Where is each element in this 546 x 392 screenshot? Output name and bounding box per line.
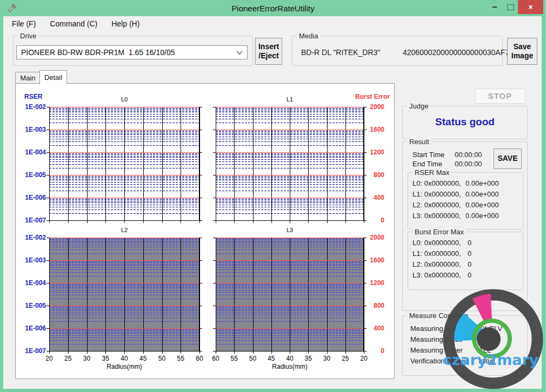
burst-row-l3-value: 0 [468, 271, 471, 279]
save-image-line2: Image [511, 51, 533, 61]
window-title: PioneerErrorRateUtility [0, 0, 546, 16]
svg-text:1E-007: 1E-007 [25, 217, 46, 224]
menu-file[interactable]: File (F) [6, 19, 41, 28]
svg-text:L0: L0 [121, 96, 128, 103]
svg-text:1E-006: 1E-006 [25, 325, 46, 332]
stop-label: STOP [488, 91, 512, 102]
chart-L0: L01E-0021E-0031E-0041E-0051E-0061E-007 [25, 96, 202, 224]
burst-row-l2-name: L2: 0x0000000, [412, 260, 461, 268]
svg-text:1E-006: 1E-006 [25, 194, 46, 201]
tab-detail[interactable]: Detail [39, 70, 67, 84]
rser-max-groupbox: RSER Max L0: 0x0000000, 0.00e+000 L1: 0x… [408, 172, 523, 229]
svg-text:2000: 2000 [370, 234, 384, 241]
svg-text:1E-004: 1E-004 [25, 148, 46, 156]
chevron-down-icon [236, 51, 243, 55]
svg-text:55: 55 [231, 355, 238, 362]
svg-text:50: 50 [249, 355, 257, 362]
menu-help[interactable]: Help (H) [106, 19, 145, 28]
close-icon: × [528, 3, 532, 11]
titlebar: PioneerErrorRateUtility – × [0, 0, 546, 16]
svg-text:400: 400 [374, 325, 384, 332]
svg-text:30: 30 [83, 355, 91, 362]
save-image-button[interactable]: Save Image [507, 38, 537, 65]
svg-text:30: 30 [323, 355, 331, 362]
minimize-icon: – [492, 2, 497, 12]
svg-text:1E-005: 1E-005 [25, 302, 46, 309]
close-button[interactable]: × [518, 0, 543, 14]
end-time-value: 00:00:00 [455, 160, 482, 168]
insert-eject-button[interactable]: Insert /Eject [255, 38, 282, 65]
svg-text:25: 25 [342, 355, 349, 362]
svg-text:Radius(mm): Radius(mm) [106, 363, 142, 370]
rser-row-l1-name: L1: 0x0000000, [412, 190, 461, 198]
save-button[interactable]: SAVE [494, 148, 522, 169]
burst-row-l0-value: 0 [468, 239, 471, 247]
svg-text:45: 45 [268, 355, 275, 362]
rser-row-l2-value: 0.00e+000 [465, 201, 499, 209]
svg-text:50: 50 [158, 355, 166, 362]
start-time-label: Start Time [412, 151, 444, 159]
burst-row-l0-name: L0: 0x0000000, [412, 239, 461, 247]
svg-text:Burst Error: Burst Error [355, 93, 390, 100]
rser-row-l3-value: 0.00e+000 [465, 212, 499, 220]
chart-L2: L21E-0021E-0031E-0041E-0051E-0061E-00720… [25, 227, 203, 370]
svg-text:RSER: RSER [24, 93, 43, 100]
rser-row-l2-name: L2: 0x0000000, [412, 201, 461, 209]
burst-row-l1-value: 0 [468, 249, 471, 258]
svg-text:1E-007: 1E-007 [25, 347, 46, 355]
drive-group-label: Drive [18, 32, 38, 40]
svg-text:800: 800 [374, 171, 384, 179]
media-groupbox: Media BD-R DL "RITEK_DR3" 42060002000000… [292, 36, 503, 66]
svg-text:40: 40 [121, 355, 128, 362]
svg-text:35: 35 [102, 355, 110, 362]
charts-canvas: L01E-0021E-0031E-0041E-0051E-0061E-007L1… [16, 84, 393, 377]
maximize-button[interactable] [503, 0, 518, 14]
svg-text:35: 35 [305, 355, 312, 362]
save-label: SAVE [497, 154, 517, 164]
media-group-label: Media [297, 32, 320, 40]
rser-max-label: RSER Max [412, 168, 451, 177]
burst-row-l3-name: L3: 0x0000000, [412, 271, 461, 279]
svg-text:800: 800 [374, 302, 384, 309]
svg-text:1600: 1600 [370, 126, 384, 133]
menubar: File (F) Command (C) Help (H) [3, 16, 542, 31]
svg-text:0: 0 [381, 347, 384, 355]
svg-text:1E-003: 1E-003 [25, 126, 46, 133]
svg-text:40: 40 [286, 355, 294, 362]
svg-text:60: 60 [196, 355, 203, 362]
svg-text:2000: 2000 [370, 103, 384, 111]
stop-button[interactable]: STOP [475, 89, 525, 104]
tab-main[interactable]: Main [15, 72, 41, 83]
svg-text:25: 25 [64, 355, 72, 362]
svg-text:55: 55 [177, 355, 185, 362]
minimize-button[interactable]: – [487, 0, 503, 14]
rser-row-l3-name: L3: 0x0000000, [412, 212, 461, 220]
drive-selected-value: PIONEER BD-RW BDR-PR1M 1.65 16/10/05 [21, 48, 175, 57]
media-type: BD-R DL "RITEK_DR3" [301, 48, 380, 57]
judge-groupbox: Judge Status good [402, 106, 528, 139]
menu-command[interactable]: Command (C) [44, 19, 103, 28]
chart-L1: L12000160012008004000 [213, 96, 384, 224]
svg-text:1E-004: 1E-004 [25, 279, 46, 287]
svg-text:1E-002: 1E-002 [25, 103, 46, 111]
watermark-hub-dot [477, 327, 501, 351]
media-id: 4206000200000000000030AF7A [403, 48, 514, 57]
svg-text:L3: L3 [287, 227, 293, 233]
end-time-label: End Time [412, 160, 442, 168]
svg-text:1E-003: 1E-003 [25, 256, 46, 264]
burst-row-l2-value: 0 [468, 260, 471, 268]
watermark-pink-wedge [472, 294, 492, 322]
insert-eject-line1: Insert [258, 42, 279, 52]
drive-select[interactable]: PIONEER BD-RW BDR-PR1M 1.65 16/10/05 [16, 45, 248, 59]
svg-text:L1: L1 [287, 96, 293, 103]
svg-text:1200: 1200 [370, 279, 384, 287]
chart-L3: L32000160012008004000605550454035302520R… [212, 227, 384, 370]
svg-text:20: 20 [45, 355, 53, 362]
insert-eject-line2: /Eject [258, 51, 278, 61]
svg-text:1E-002: 1E-002 [25, 234, 46, 241]
watermark-text: czary2mary [443, 352, 539, 368]
svg-text:45: 45 [139, 355, 147, 362]
maximize-icon [507, 4, 514, 10]
svg-text:20: 20 [360, 355, 368, 362]
detail-tab-panel: L01E-0021E-0031E-0041E-0051E-0061E-007L1… [15, 83, 395, 379]
